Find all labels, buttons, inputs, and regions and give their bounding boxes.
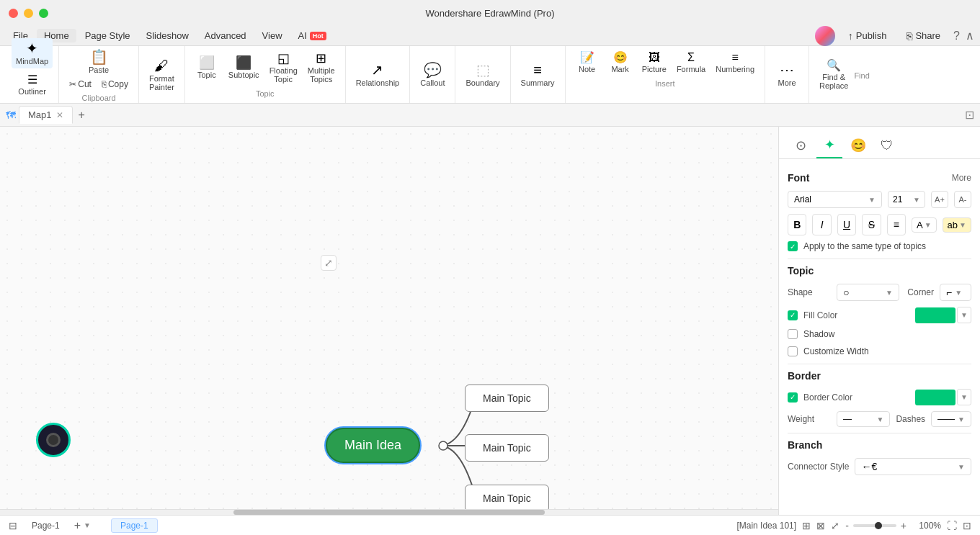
topic-node-2[interactable]: Main Topic: [465, 434, 549, 462]
shape-select[interactable]: ○ ▼: [837, 284, 899, 301]
mindmap-nodes: ⤢ Main Idea Main Topic Main Topic Main T…: [0, 127, 778, 515]
add-tab-button[interactable]: +: [73, 106, 91, 125]
panel-tab-shield[interactable]: 🛡: [874, 132, 900, 158]
dashes-select[interactable]: —— ▼: [931, 411, 971, 427]
formula-button[interactable]: Σ Formula: [672, 49, 710, 76]
highlight-button[interactable]: ab ▼: [943, 217, 971, 233]
outliner-button[interactable]: ☰ Outliner: [14, 71, 50, 99]
weight-select[interactable]: — ▼: [837, 411, 890, 427]
relationship-button[interactable]: ↗ Relationship: [352, 60, 404, 90]
summary-button[interactable]: ≡ Summary: [517, 60, 559, 90]
floating-topic-button[interactable]: ◱ FloatingTopic: [265, 49, 302, 86]
expand-button[interactable]: ⊡: [965, 108, 974, 122]
topic-button[interactable]: ⬜ Topic: [191, 49, 223, 86]
fill-color-chevron-icon[interactable]: ▼: [957, 307, 971, 323]
cut-button[interactable]: ✂ Cut: [65, 78, 96, 91]
more-group: ⋯ More: [765, 46, 809, 103]
corner-select[interactable]: ⌐ ▼: [940, 284, 971, 301]
font-size-select[interactable]: 21 ▼: [888, 191, 925, 208]
apply-same-checkbox[interactable]: ✓: [788, 241, 798, 251]
bold-button[interactable]: B: [788, 214, 806, 235]
font-color-button[interactable]: A ▼: [912, 217, 937, 233]
panel-tab-ai[interactable]: ✦: [816, 132, 842, 158]
main-idea-node[interactable]: Main Idea: [326, 428, 420, 463]
subtopic-button[interactable]: ⬛ Subtopic: [224, 49, 264, 86]
border-color-chevron-icon[interactable]: ▼: [957, 389, 971, 405]
italic-button[interactable]: I: [812, 214, 831, 235]
multiple-topics-button[interactable]: ⊞ MultipleTopics: [303, 49, 339, 86]
zoom-slider[interactable]: - +: [845, 520, 906, 531]
font-size-decrease-button[interactable]: A-: [954, 191, 971, 208]
user-avatar[interactable]: [815, 26, 835, 46]
topic-node-3[interactable]: Main Topic: [465, 485, 549, 512]
sidebar-toggle-icon[interactable]: ⊟: [9, 520, 17, 531]
relationship-icon: ↗: [371, 63, 383, 77]
format-painter-button[interactable]: 🖌 FormatPainter: [145, 55, 179, 94]
border-color-checkbox[interactable]: ✓: [788, 392, 798, 403]
page-tab-active[interactable]: Page-1: [111, 518, 158, 533]
panel-tab-properties[interactable]: ⊙: [788, 132, 814, 158]
mindmap-button[interactable]: ✦ MindMap: [12, 38, 53, 68]
help-icon[interactable]: ?: [953, 30, 960, 42]
font-more-link[interactable]: More: [952, 173, 971, 183]
font-family-select[interactable]: Arial ▼: [788, 191, 882, 208]
connector-style-label: Connector Style: [788, 462, 849, 472]
menu-ai[interactable]: AI Hot: [291, 29, 334, 42]
border-color-swatch[interactable]: [915, 390, 956, 405]
floating-action-icon[interactable]: [36, 423, 71, 457]
callout-button[interactable]: 💬 Callout: [416, 60, 449, 90]
shadow-checkbox[interactable]: [788, 329, 798, 339]
copy-button[interactable]: ⎘ Copy: [97, 78, 133, 91]
boundary-button[interactable]: ⬚ Boundary: [461, 60, 504, 90]
tab-close-icon[interactable]: ✕: [56, 110, 63, 120]
page-tab-inactive[interactable]: Page-1: [23, 519, 68, 532]
customize-width-checkbox[interactable]: [788, 346, 798, 356]
h-scrollbar[interactable]: [0, 509, 778, 515]
panel-tab-emoji[interactable]: 😊: [845, 132, 871, 158]
find-replace-button[interactable]: 🔍 Find &Replace: [815, 57, 852, 93]
fill-color-swatch[interactable]: [915, 307, 956, 323]
close-button[interactable]: [9, 9, 18, 18]
font-size-increase-button[interactable]: A+: [931, 191, 948, 208]
shadow-label: Shadow: [803, 329, 834, 339]
maximize-button[interactable]: [39, 9, 48, 18]
page-chevron-icon[interactable]: ▼: [84, 521, 91, 529]
topic-group: ⬜ Topic ⬛ Subtopic ◱ FloatingTopic ⊞ Mul…: [185, 46, 346, 103]
share-button[interactable]: ⎘ Share: [899, 28, 948, 44]
add-page-icon[interactable]: +: [74, 519, 81, 532]
zoom-out-icon[interactable]: -: [845, 520, 849, 531]
paste-button[interactable]: 📋 Paste: [81, 48, 117, 76]
align-button[interactable]: ≡: [887, 214, 906, 235]
fit-screen-icon[interactable]: ⛶: [947, 520, 957, 531]
topic-node-1[interactable]: Main Topic: [465, 385, 549, 412]
resize-handle[interactable]: ⤢: [321, 255, 337, 271]
menu-view[interactable]: View: [255, 29, 290, 42]
mark-button[interactable]: 😊 Mark: [605, 49, 636, 76]
zoom-track[interactable]: [853, 524, 896, 527]
publish-button[interactable]: ↑ Publish: [841, 28, 894, 44]
underline-button[interactable]: U: [837, 214, 856, 235]
note-button[interactable]: 📝 Note: [571, 49, 603, 76]
menu-page-style[interactable]: Page Style: [78, 29, 138, 42]
fill-color-checkbox[interactable]: ✓: [788, 310, 798, 320]
zoom-in-icon[interactable]: +: [901, 520, 906, 531]
more-button[interactable]: ⋯ More: [771, 60, 803, 90]
picture-button[interactable]: 🖼 Picture: [638, 49, 671, 76]
color-chevron-icon: ▼: [925, 221, 932, 229]
branch-title: Branch: [788, 439, 822, 451]
format-painter-icon: 🖌: [154, 58, 169, 73]
menu-advanced[interactable]: Advanced: [197, 29, 254, 42]
fullscreen-icon[interactable]: ⊡: [963, 520, 971, 531]
numbering-button[interactable]: ≡ Numbering: [711, 49, 759, 76]
fit-icon[interactable]: ⤢: [831, 520, 839, 531]
collapse-icon[interactable]: ∧: [966, 29, 974, 42]
connector-style-select[interactable]: ←€ ▼: [855, 458, 971, 475]
strikethrough-button[interactable]: S: [862, 214, 881, 235]
menu-slideshow[interactable]: Slideshow: [139, 29, 196, 42]
grid-icon[interactable]: ⊠: [816, 520, 825, 531]
tab-map1[interactable]: Map1 ✕: [19, 106, 73, 124]
topic-icon: ⬜: [199, 56, 215, 69]
canvas[interactable]: ⤢ Main Idea Main Topic Main Topic Main T…: [0, 127, 778, 515]
multi-page-icon[interactable]: ⊞: [802, 520, 811, 531]
minimize-button[interactable]: [24, 9, 33, 18]
